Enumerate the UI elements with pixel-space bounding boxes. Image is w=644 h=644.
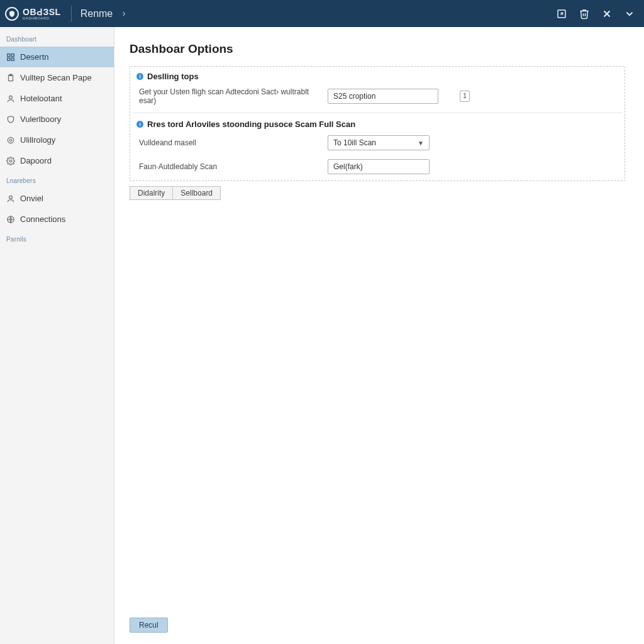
svg-point-9 bbox=[9, 96, 13, 99]
sidebar-item-desertn[interactable]: Desertn bbox=[0, 47, 114, 67]
brand-logo-icon bbox=[5, 7, 19, 21]
sidebar: Dashboart Desertn Vulltep Secan Pape Hot… bbox=[0, 27, 114, 644]
trash-icon[interactable] bbox=[579, 8, 590, 19]
close-icon[interactable] bbox=[601, 8, 613, 19]
sidebar-group-label: Lnarebers bbox=[0, 175, 114, 188]
form-row: Faun·Autdledably Scan bbox=[130, 157, 625, 180]
gear-icon bbox=[6, 157, 15, 165]
panel-actions: Didalrity Sellboard bbox=[130, 186, 625, 200]
sidebar-item-label: Vulerlboory bbox=[20, 114, 61, 124]
svg-rect-6 bbox=[11, 58, 14, 60]
field-label: Vulldeand masell bbox=[139, 138, 328, 147]
sidebar-group-label: Parnils bbox=[0, 233, 114, 247]
content-area: Dashboar Options i Deslling tops Get you… bbox=[114, 27, 644, 644]
user-icon bbox=[6, 94, 15, 103]
select-value: To 10ill Scan bbox=[333, 138, 376, 147]
sidebar-item-label: Desertn bbox=[20, 52, 49, 62]
sidebar-item-label: Ulillrology bbox=[20, 135, 55, 145]
didalrity-button[interactable]: Didalrity bbox=[130, 186, 173, 200]
svg-rect-4 bbox=[11, 53, 14, 56]
brand-name: ОВԀЗSL bbox=[23, 8, 61, 16]
person-icon bbox=[6, 194, 15, 203]
section-title-1: i Deslling tops bbox=[130, 67, 625, 85]
topbar-actions bbox=[556, 8, 639, 19]
sidebar-item-hotelootant[interactable]: Hotelootant bbox=[0, 88, 114, 109]
svg-rect-5 bbox=[8, 58, 10, 60]
shield-icon bbox=[6, 115, 15, 124]
scan-name-input[interactable] bbox=[328, 89, 438, 104]
form-row: Vulldeand masell To 10ill Scan ▼ bbox=[130, 133, 625, 157]
info-icon: i bbox=[136, 121, 143, 128]
section-divider bbox=[133, 113, 622, 113]
sidebar-item-vulerboory[interactable]: Vulerlboory bbox=[0, 109, 114, 130]
target-icon bbox=[6, 136, 15, 145]
field-label: Get your Usten fligh scan Adtecdoni Sact… bbox=[139, 87, 328, 105]
export-icon[interactable] bbox=[556, 8, 567, 19]
section-title-2: i Rres tord Arloviles stoonding pusoce S… bbox=[130, 114, 625, 133]
svg-point-12 bbox=[9, 160, 12, 162]
sidebar-item-connections[interactable]: Connections bbox=[0, 209, 114, 230]
sidebar-item-label: Dapoord bbox=[20, 156, 52, 165]
sellboard-button[interactable]: Sellboard bbox=[173, 186, 221, 200]
breadcrumb[interactable]: Renme bbox=[80, 8, 113, 19]
caret-down-icon: ▼ bbox=[418, 140, 424, 147]
scan-type-select[interactable]: To 10ill Scan ▼ bbox=[328, 135, 430, 150]
count-badge[interactable]: 1 bbox=[460, 91, 470, 102]
auto-scan-input[interactable] bbox=[328, 159, 430, 174]
field-label: Faun·Autdledably Scan bbox=[139, 162, 328, 171]
section-title-text: Deslling tops bbox=[147, 72, 199, 81]
top-bar: ОВԀЗSL DASHBOARD Renme bbox=[0, 0, 644, 27]
sidebar-group-label: Dashboart bbox=[0, 33, 114, 47]
svg-rect-3 bbox=[8, 53, 10, 56]
svg-point-10 bbox=[8, 137, 13, 143]
clipboard-icon bbox=[6, 74, 15, 82]
sidebar-item-label: Hotelootant bbox=[20, 94, 62, 103]
page-title: Dashboar Options bbox=[130, 42, 625, 56]
sidebar-item-vulltep[interactable]: Vulltep Secan Pape bbox=[0, 67, 114, 88]
sidebar-item-label: Onviel bbox=[20, 194, 43, 203]
sidebar-item-onviel[interactable]: Onviel bbox=[0, 188, 114, 209]
sidebar-item-label: Connections bbox=[20, 214, 65, 224]
section-title-text: Rres tord Arloviles stoonding pusoce Sca… bbox=[147, 119, 355, 129]
svg-point-13 bbox=[9, 196, 13, 199]
globe-icon bbox=[6, 215, 15, 224]
sidebar-item-ulillrology[interactable]: Ulillrology bbox=[0, 130, 114, 150]
options-panel: i Deslling tops Get your Usten fligh sca… bbox=[130, 66, 625, 181]
info-icon: i bbox=[136, 73, 143, 80]
chevron-right-icon bbox=[120, 10, 128, 18]
form-row: Get your Usten fligh scan Adtecdoni Sact… bbox=[130, 85, 625, 111]
brand-block: ОВԀЗSL DASHBOARD bbox=[5, 7, 61, 21]
dashboard-icon bbox=[6, 53, 15, 62]
brand-subtitle: DASHBOARD bbox=[23, 16, 61, 20]
sidebar-item-label: Vulltep Secan Pape bbox=[20, 73, 92, 82]
recul-button[interactable]: Recul bbox=[130, 618, 168, 633]
chevron-down-icon[interactable] bbox=[624, 8, 635, 19]
svg-point-11 bbox=[9, 139, 12, 142]
sidebar-item-dapoord[interactable]: Dapoord bbox=[0, 150, 114, 171]
topbar-divider bbox=[71, 6, 72, 22]
